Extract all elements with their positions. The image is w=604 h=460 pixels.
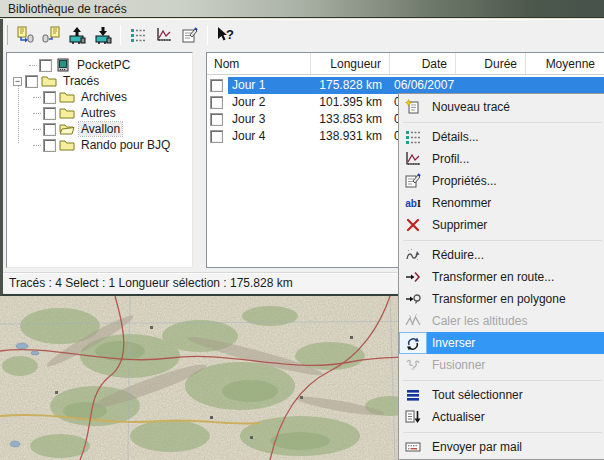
toolbar-separator	[120, 25, 121, 45]
profile-button[interactable]	[152, 23, 176, 47]
folder-icon	[59, 105, 75, 121]
profile-icon	[155, 26, 173, 44]
column-header-moyenne[interactable]: Moyenne	[526, 53, 603, 74]
menu-item-renommer[interactable]: abI Renommer	[399, 192, 604, 214]
help-icon: ?	[216, 26, 234, 44]
gps-upload-icon	[68, 26, 86, 44]
delete-icon	[399, 214, 427, 236]
traces-checkbox[interactable]	[25, 75, 38, 88]
track-row-jour-1[interactable]: Jour 1 175.828 km 06/06/2007	[207, 77, 604, 94]
details-icon	[129, 26, 147, 44]
window-titlebar[interactable]: Bibliothèque de tracés	[0, 0, 604, 18]
menu-item-inverser[interactable]: Inverser	[399, 332, 604, 354]
gps-upload-button[interactable]	[65, 23, 89, 47]
menu-item-envoyer-par-mail[interactable]: Envoyer par mail	[399, 436, 604, 458]
help-button[interactable]: ?	[213, 23, 237, 47]
menu-item-profil[interactable]: Profil...	[399, 148, 604, 170]
menu-item-supprimer[interactable]: Supprimer	[399, 214, 604, 236]
status-text: Tracés : 4 Select : 1 Longueur sélection…	[9, 276, 293, 290]
folder-tree: PocketPC − Tracés Archives Autres	[6, 52, 193, 268]
toolbar-grip[interactable]	[5, 25, 8, 45]
profile-icon	[399, 148, 427, 170]
mail-icon	[399, 436, 427, 458]
rando-checkbox[interactable]	[43, 139, 56, 152]
tree-item-archives[interactable]: Archives	[7, 89, 192, 105]
tree-item-avallon[interactable]: Avallon	[7, 121, 192, 137]
copy-to-device-button[interactable]	[13, 23, 37, 47]
tree-item-rando-pour-bjq[interactable]: Rando pour BJQ	[7, 137, 192, 153]
column-header-duree[interactable]: Durée	[456, 53, 526, 74]
reduce-icon	[399, 244, 427, 266]
copy-from-device-icon	[42, 26, 60, 44]
calibrate-altitudes-icon	[399, 310, 427, 332]
collapse-expander[interactable]: −	[13, 77, 22, 86]
folder-open-icon	[59, 121, 75, 137]
autres-checkbox[interactable]	[43, 107, 56, 120]
gps-download-button[interactable]	[91, 23, 115, 47]
column-header-nom[interactable]: Nom	[207, 53, 311, 74]
folder-icon	[41, 73, 57, 89]
refresh-icon	[399, 406, 427, 428]
folder-icon	[59, 89, 75, 105]
menu-item-details[interactable]: Détails...	[399, 126, 604, 148]
copy-to-device-icon	[16, 26, 34, 44]
window-title: Bibliothèque de tracés	[8, 2, 127, 16]
list-header: Nom Longueur Date Durée Moyenne	[207, 53, 604, 75]
column-header-longueur[interactable]: Longueur	[311, 53, 390, 74]
menu-item-actualiser[interactable]: Actualiser	[399, 406, 604, 428]
menu-item-proprietes[interactable]: Propriétés...	[399, 170, 604, 192]
tree-item-pocketpc[interactable]: PocketPC	[7, 57, 192, 73]
gps-download-icon	[94, 26, 112, 44]
select-all-icon	[399, 384, 427, 406]
toolbar-separator	[207, 25, 208, 45]
copy-from-device-button[interactable]	[39, 23, 63, 47]
row-checkbox[interactable]	[210, 113, 223, 126]
menu-item-reduire[interactable]: Réduire...	[399, 244, 604, 266]
details-icon	[399, 126, 427, 148]
menu-item-transformer-route[interactable]: Transformer en route...	[399, 266, 604, 288]
menu-item-nouveau-trace[interactable]: Nouveau tracé	[399, 96, 604, 118]
pocketpc-checkbox[interactable]	[39, 59, 52, 72]
context-menu: Nouveau tracé Détails... Profil...	[398, 93, 604, 460]
rename-icon: abI	[399, 192, 427, 214]
menu-item-tout-selectionner[interactable]: Tout sélectionner	[399, 384, 604, 406]
merge-icon	[399, 354, 427, 376]
menu-item-transformer-polygone[interactable]: Transformer en polygone	[399, 288, 604, 310]
menu-separator	[399, 376, 604, 384]
archives-checkbox[interactable]	[43, 91, 56, 104]
new-track-icon	[399, 96, 427, 118]
menu-separator	[399, 118, 604, 126]
pocketpc-icon	[55, 57, 71, 73]
menu-item-fusionner[interactable]: Fusionner	[399, 354, 604, 376]
to-polygon-icon	[399, 288, 427, 310]
row-checkbox[interactable]	[210, 130, 223, 143]
tree-item-traces[interactable]: − Tracés	[7, 73, 192, 89]
details-button[interactable]	[126, 23, 150, 47]
avallon-checkbox[interactable]	[43, 123, 56, 136]
menu-separator	[399, 428, 604, 436]
toolbar: ?	[3, 20, 604, 49]
to-route-icon	[399, 266, 427, 288]
row-checkbox[interactable]	[210, 96, 223, 109]
svg-text:?: ?	[226, 27, 234, 42]
menu-item-caler-altitudes[interactable]: Caler les altitudes	[399, 310, 604, 332]
folder-icon	[59, 137, 75, 153]
properties-button[interactable]	[178, 23, 202, 47]
column-header-date[interactable]: Date	[390, 53, 456, 74]
invert-icon	[399, 332, 427, 354]
menu-separator	[399, 236, 604, 244]
tree-item-autres[interactable]: Autres	[7, 105, 192, 121]
properties-icon	[399, 170, 427, 192]
properties-icon	[181, 26, 199, 44]
row-checkbox[interactable]	[210, 79, 223, 92]
